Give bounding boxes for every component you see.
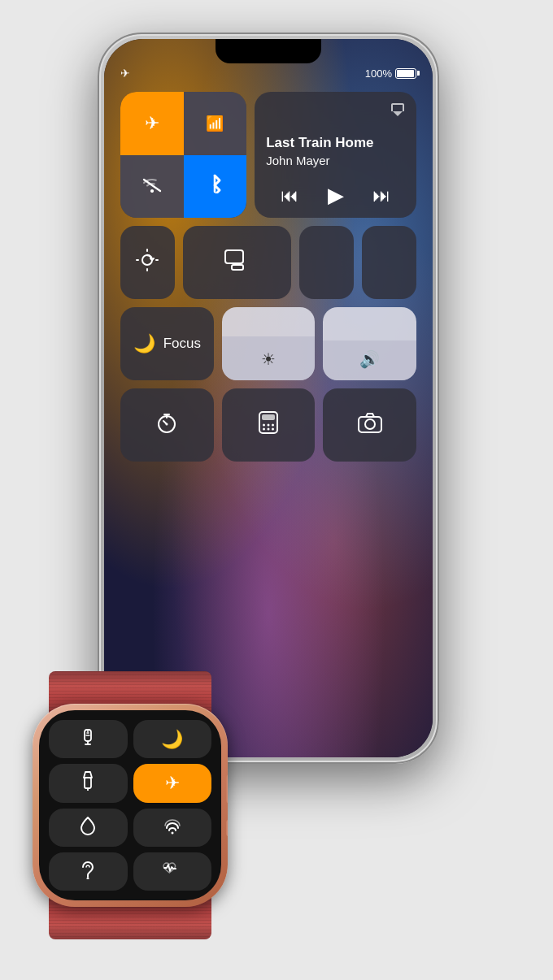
bluetooth-button[interactable] [184,155,247,219]
watch-screen: 🌙 ✈ [39,710,221,900]
watch-water-lock-button[interactable] [49,809,128,847]
camera-button[interactable] [323,388,416,462]
np-header [266,102,405,119]
svg-point-15 [365,419,375,429]
svg-point-11 [263,428,265,431]
watch-airplane-icon: ✈ [165,773,180,794]
notch [216,39,321,63]
svg-point-21 [87,877,89,879]
svg-rect-18 [85,778,91,788]
track-title: Last Train Home [266,135,405,151]
watch-control-grid: 🌙 ✈ [44,715,216,895]
play-button[interactable]: ▶ [328,183,344,208]
now-playing-airplay-icon[interactable] [390,102,405,119]
watch-case: 🌙 ✈ [33,704,228,907]
apple-watch: 🌙 ✈ [24,679,236,931]
row-connectivity-nowplaying: ✈ 📶 [120,92,416,218]
bluetooth-icon [208,174,221,198]
screen-mirror-icon [224,249,250,275]
svg-point-20 [171,831,173,834]
battery-fill [397,70,414,77]
row-bottom-controls [120,388,416,462]
track-artist: John Mayer [266,154,405,167]
cellular-button[interactable]: 📶 [184,92,247,155]
camera-icon [358,412,382,438]
row-misc-controls [120,226,416,299]
svg-point-13 [272,428,274,431]
watch-heart-rate-icon [163,861,182,882]
walkie-talkie-icon [79,728,97,750]
svg-point-12 [268,428,270,431]
svg-point-9 [268,424,270,427]
watch-side-button[interactable] [226,820,228,836]
iphone: ✈ 100% ✈ [98,33,439,764]
empty-slot-2 [362,226,416,299]
focus-button[interactable]: 🌙 Focus [120,307,214,380]
connectivity-grid: ✈ 📶 [120,92,246,218]
battery-icon [395,68,416,79]
svg-rect-1 [225,250,243,263]
np-controls: ⏮ ▶ ⏭ [266,183,405,208]
svg-point-10 [272,424,274,427]
status-bar: ✈ 100% [120,67,416,80]
control-center: ✈ 📶 [120,92,416,725]
orientation-lock-icon [136,249,159,276]
svg-point-17 [87,731,89,732]
svg-point-5 [166,423,168,426]
watch-airplay-icon [163,817,181,839]
volume-slider[interactable]: 🔊 [323,307,416,380]
battery-percentage: 100% [365,67,392,80]
watch-walkie-talkie-button[interactable] [49,720,128,758]
np-info: Last Train Home John Mayer [266,119,405,183]
watch-hearing-icon [80,860,96,883]
now-playing-widget[interactable]: Last Train Home John Mayer ⏮ ▶ ⏭ [255,92,416,218]
brightness-icon: ☀ [261,349,276,369]
focus-label: Focus [163,336,201,352]
calculator-button[interactable] [222,388,316,462]
watch-sleep-button[interactable]: 🌙 [133,720,212,758]
scene: ✈ 100% ✈ [0,0,553,980]
watch-flashlight-icon [79,771,97,795]
status-right: 100% [365,67,416,80]
focus-moon-icon: 🌙 [133,333,155,354]
status-left: ✈ [120,67,130,80]
empty-slot-1 [299,226,354,299]
svg-rect-2 [232,265,243,270]
watch-sleep-icon: 🌙 [161,729,183,750]
row-focus: 🌙 Focus ☀ 🔊 [120,307,416,380]
watch-airplay-button[interactable] [133,809,212,847]
airplane-status-icon: ✈ [120,67,130,80]
wifi-off-icon [142,175,163,197]
svg-rect-7 [262,414,275,420]
watch-heart-rate-button[interactable] [133,852,212,891]
watch-flashlight-button[interactable] [49,764,128,802]
brightness-slider[interactable]: ☀ [222,307,316,380]
timer-icon [155,411,178,439]
calculator-icon [258,411,279,439]
watch-airplane-mode-button[interactable]: ✈ [133,764,212,802]
wifi-button[interactable] [120,155,184,219]
rewind-button[interactable]: ⏮ [281,185,298,206]
airplane-icon: ✈ [145,113,159,134]
airplane-mode-button[interactable]: ✈ [120,92,184,155]
iphone-screen: ✈ 100% ✈ [104,39,433,757]
cellular-icon: 📶 [206,115,224,132]
watch-hearing-button[interactable] [49,852,128,891]
svg-point-8 [263,424,265,427]
volume-icon: 🔊 [359,349,380,369]
watch-crown[interactable] [226,775,228,804]
orientation-lock-button[interactable] [120,226,175,299]
timer-button[interactable] [120,388,214,462]
fast-forward-button[interactable]: ⏭ [372,185,390,206]
screen-mirror-button[interactable] [183,226,292,299]
watch-water-lock-icon [80,816,96,839]
